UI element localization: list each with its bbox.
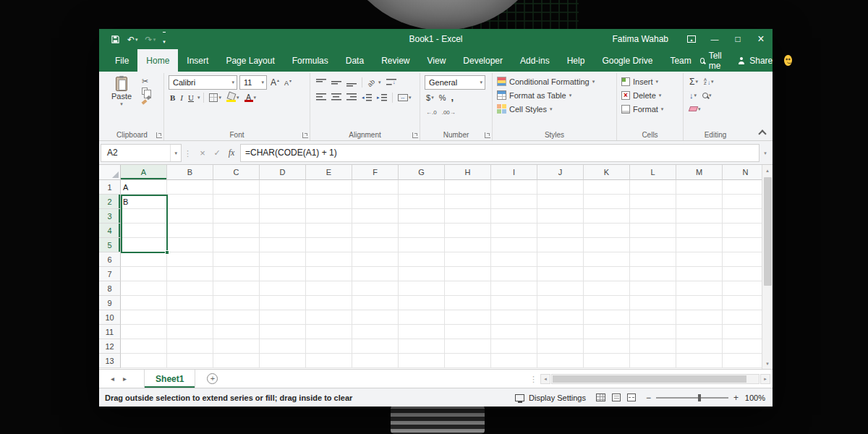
cell-b1[interactable] bbox=[167, 180, 213, 195]
cell-d7[interactable] bbox=[260, 267, 306, 281]
cell-j9[interactable] bbox=[537, 296, 584, 310]
cell-h12[interactable] bbox=[445, 339, 491, 354]
font-color-button[interactable] bbox=[243, 93, 258, 102]
cell-h13[interactable] bbox=[445, 354, 491, 368]
zoom-out-button[interactable] bbox=[646, 393, 651, 403]
column-header-b[interactable]: B bbox=[167, 165, 213, 180]
row-header-11[interactable]: 11 bbox=[99, 325, 121, 339]
cell-l5[interactable] bbox=[630, 238, 676, 252]
maximize-button[interactable] bbox=[726, 29, 749, 49]
cell-c13[interactable] bbox=[213, 354, 260, 368]
cell-c7[interactable] bbox=[213, 267, 260, 281]
cell-c2[interactable] bbox=[213, 195, 260, 209]
decrease-decimal-button[interactable] bbox=[441, 109, 457, 116]
percent-style-button[interactable] bbox=[438, 93, 448, 102]
cell-k13[interactable] bbox=[584, 354, 630, 368]
column-header-k[interactable]: K bbox=[584, 165, 630, 180]
cell-m2[interactable] bbox=[676, 195, 723, 209]
sort-filter-button[interactable] bbox=[702, 77, 715, 86]
sheet-tab-sheet1[interactable]: Sheet1 bbox=[144, 370, 195, 388]
page-break-preview-button[interactable] bbox=[627, 393, 636, 401]
cell-e5[interactable] bbox=[306, 238, 352, 252]
cell-e8[interactable] bbox=[306, 281, 352, 296]
cell-b9[interactable] bbox=[167, 296, 213, 310]
cell-j13[interactable] bbox=[537, 354, 584, 368]
save-button[interactable] bbox=[108, 33, 123, 46]
borders-button[interactable] bbox=[208, 93, 223, 102]
cell-j10[interactable] bbox=[537, 310, 584, 325]
cell-k12[interactable] bbox=[584, 339, 630, 354]
wrap-text-button[interactable] bbox=[385, 78, 398, 87]
cell-f10[interactable] bbox=[352, 310, 399, 325]
cell-i12[interactable] bbox=[491, 339, 537, 354]
cell-e7[interactable] bbox=[306, 267, 352, 281]
cell-b11[interactable] bbox=[167, 325, 213, 339]
undo-button[interactable] bbox=[124, 31, 141, 47]
cell-j7[interactable] bbox=[537, 267, 584, 281]
cell-g13[interactable] bbox=[399, 354, 445, 368]
cell-i6[interactable] bbox=[491, 252, 537, 267]
align-bottom-button[interactable] bbox=[345, 78, 358, 87]
row-header-2[interactable]: 2 bbox=[99, 195, 121, 209]
row-header-6[interactable]: 6 bbox=[99, 252, 121, 267]
cell-l4[interactable] bbox=[630, 224, 676, 238]
accounting-format-button[interactable] bbox=[425, 93, 435, 102]
cell-e10[interactable] bbox=[306, 310, 352, 325]
row-header-10[interactable]: 10 bbox=[99, 310, 121, 325]
cell-b7[interactable] bbox=[167, 267, 213, 281]
cell-f11[interactable] bbox=[352, 325, 399, 339]
merge-center-button[interactable] bbox=[396, 94, 413, 101]
column-header-g[interactable]: G bbox=[399, 165, 445, 180]
cell-a12[interactable] bbox=[121, 339, 167, 354]
column-header-j[interactable]: J bbox=[537, 165, 584, 180]
cell-g3[interactable] bbox=[399, 209, 445, 224]
cell-d8[interactable] bbox=[260, 281, 306, 296]
number-format-select[interactable]: General bbox=[425, 75, 485, 90]
cell-g8[interactable] bbox=[399, 281, 445, 296]
cell-h9[interactable] bbox=[445, 296, 491, 310]
vertical-scroll-thumb[interactable] bbox=[764, 177, 772, 286]
cell-f12[interactable] bbox=[352, 339, 399, 354]
cell-m5[interactable] bbox=[676, 238, 723, 252]
insert-cells-button[interactable]: Insert bbox=[621, 75, 679, 88]
page-layout-view-button[interactable] bbox=[612, 393, 621, 401]
scroll-right-button[interactable]: ▸ bbox=[760, 374, 770, 384]
cell-k10[interactable] bbox=[584, 310, 630, 325]
tab-file[interactable]: File bbox=[106, 49, 137, 72]
align-right-button[interactable] bbox=[345, 93, 358, 102]
cell-h2[interactable] bbox=[445, 195, 491, 209]
cell-g9[interactable] bbox=[399, 296, 445, 310]
cell-l9[interactable] bbox=[630, 296, 676, 310]
row-header-12[interactable]: 12 bbox=[99, 339, 121, 354]
cell-c11[interactable] bbox=[213, 325, 260, 339]
find-select-button[interactable] bbox=[701, 93, 713, 98]
cell-k4[interactable] bbox=[584, 224, 630, 238]
cell-k9[interactable] bbox=[584, 296, 630, 310]
cell-c6[interactable] bbox=[213, 252, 260, 267]
cell-m9[interactable] bbox=[676, 296, 723, 310]
tab-insert[interactable]: Insert bbox=[178, 49, 217, 72]
cell-g6[interactable] bbox=[399, 252, 445, 267]
zoom-in-button[interactable] bbox=[733, 393, 739, 403]
cell-d3[interactable] bbox=[260, 209, 306, 224]
cell-a7[interactable] bbox=[121, 267, 167, 281]
cell-e9[interactable] bbox=[306, 296, 352, 310]
cell-h7[interactable] bbox=[445, 267, 491, 281]
font-dialog-launcher[interactable] bbox=[302, 132, 308, 138]
comma-style-button[interactable] bbox=[449, 92, 455, 103]
cell-c3[interactable] bbox=[213, 209, 260, 224]
confirm-entry-button[interactable] bbox=[210, 148, 224, 158]
cell-c9[interactable] bbox=[213, 296, 260, 310]
cell-f13[interactable] bbox=[352, 354, 399, 368]
row-header-7[interactable]: 7 bbox=[99, 267, 121, 281]
decrease-font-size-button[interactable]: ▾ bbox=[283, 78, 293, 87]
cell-g10[interactable] bbox=[399, 310, 445, 325]
underline-button[interactable] bbox=[187, 93, 195, 102]
cell-e13[interactable] bbox=[306, 354, 352, 368]
align-middle-button[interactable] bbox=[330, 78, 343, 87]
cell-b4[interactable] bbox=[167, 224, 213, 238]
cell-i9[interactable] bbox=[491, 296, 537, 310]
cell-l2[interactable] bbox=[630, 195, 676, 209]
cell-e1[interactable] bbox=[306, 180, 352, 195]
column-header-i[interactable]: I bbox=[491, 165, 537, 180]
